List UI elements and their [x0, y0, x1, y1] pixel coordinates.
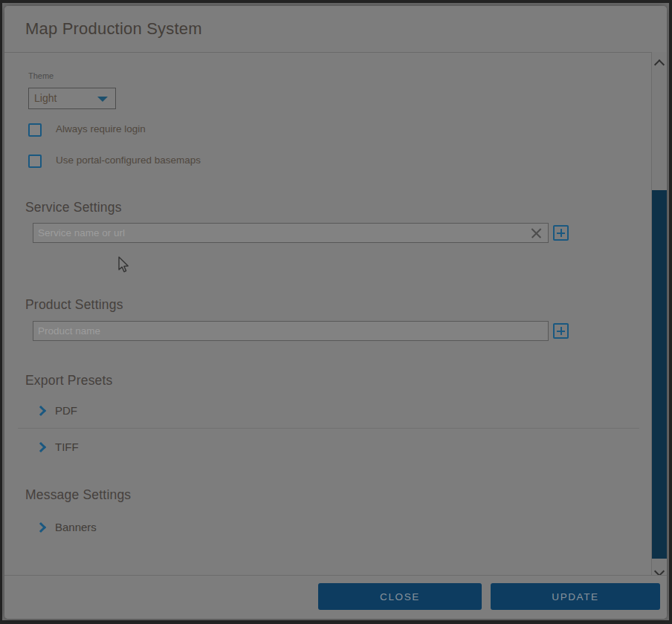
accordion-label-banners: Banners	[55, 521, 97, 533]
clear-icon[interactable]	[531, 227, 542, 238]
accordion-label-tiff: TIFF	[55, 441, 79, 453]
add-service-button[interactable]	[553, 225, 569, 241]
add-product-button[interactable]	[553, 323, 569, 339]
export-presets-heading: Export Presets	[25, 373, 113, 389]
mouse-cursor-icon	[117, 256, 131, 274]
dialog-header: Map Production System	[4, 6, 667, 53]
checkbox-always-require-login[interactable]	[28, 123, 42, 137]
dialog-title: Map Production System	[25, 18, 202, 40]
checkbox-label-always-require-login: Always require login	[56, 123, 146, 134]
close-button[interactable]: CLOSE	[318, 583, 482, 610]
checkbox-label-portal-basemaps: Use portal-configured basemaps	[56, 155, 201, 166]
vertical-scrollbar[interactable]	[651, 52, 667, 575]
accordion-pdf[interactable]: PDF	[37, 404, 186, 419]
product-name-input[interactable]	[33, 321, 549, 341]
accordion-tiff[interactable]: TIFF	[37, 441, 186, 455]
update-button[interactable]: UPDATE	[491, 583, 660, 610]
settings-dialog: Map Production System Theme Light Always…	[4, 6, 667, 619]
chevron-right-icon	[36, 442, 46, 452]
dialog-footer: CLOSE UPDATE	[4, 575, 667, 619]
service-name-input[interactable]	[33, 223, 549, 243]
divider	[18, 428, 639, 429]
chevron-down-icon	[97, 97, 108, 102]
product-settings-heading: Product Settings	[25, 297, 123, 313]
theme-selected-value: Light	[34, 92, 56, 104]
chevron-right-icon	[36, 406, 46, 416]
service-settings-heading: Service Settings	[25, 200, 122, 215]
theme-label: Theme	[28, 71, 54, 80]
accordion-banners[interactable]: Banners	[37, 521, 186, 536]
accordion-label-pdf: PDF	[55, 404, 77, 417]
scroll-up-icon[interactable]	[654, 59, 665, 70]
scrollbar-thumb[interactable]	[652, 190, 667, 559]
checkbox-portal-basemaps[interactable]	[28, 155, 42, 168]
theme-select[interactable]: Light	[28, 88, 116, 109]
chevron-right-icon	[36, 522, 46, 533]
message-settings-heading: Message Settings	[25, 487, 131, 503]
